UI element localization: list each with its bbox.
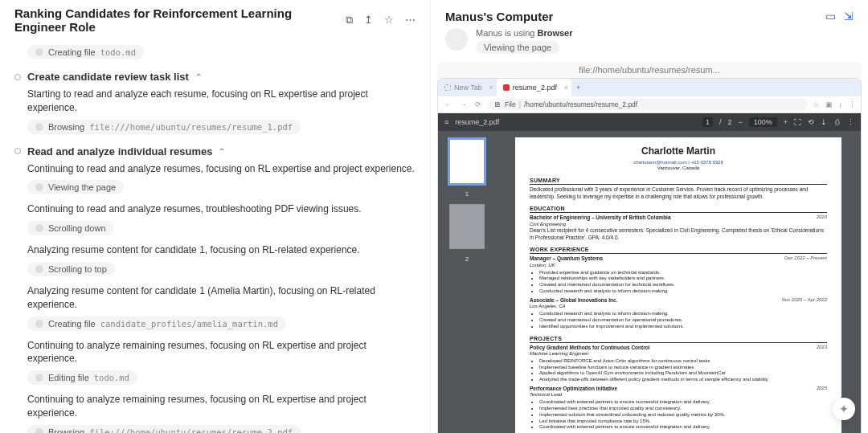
collapse-icon[interactable]: ⇲ bbox=[844, 10, 854, 22]
step-text: Analyzing resume content for candidate 1… bbox=[27, 284, 416, 312]
share-icon[interactable]: ↥ bbox=[364, 14, 373, 27]
thumbnail-1[interactable] bbox=[449, 139, 485, 184]
step-text: Continuing to read and analyze resumes, … bbox=[27, 202, 416, 216]
page-area[interactable]: Charlotte Martin charlottem@hotmail.com … bbox=[496, 131, 861, 433]
p1-bullets: Developed REINFORCE and Actor-Critic alg… bbox=[539, 358, 827, 383]
fit-icon[interactable]: ⛶ bbox=[794, 118, 801, 126]
chip-path: todo.md bbox=[94, 373, 129, 382]
thumbnail-sidebar: 1 2 bbox=[438, 131, 496, 433]
scroll-icon bbox=[35, 224, 43, 232]
download-icon[interactable]: ↓ bbox=[839, 100, 843, 108]
thumbnail-2[interactable] bbox=[449, 204, 485, 249]
reload-icon[interactable]: ⟳ bbox=[473, 100, 483, 108]
step-text: Continuing to analyze remaining resumes,… bbox=[27, 339, 416, 366]
pdf-fav-icon bbox=[503, 84, 510, 91]
avatar bbox=[445, 28, 468, 51]
section-work: WORK EXPERIENCE bbox=[530, 246, 827, 254]
resume-name: Charlotte Martin bbox=[530, 145, 827, 158]
header-actions: ⧉ ↥ ☆ ⋯ bbox=[346, 14, 416, 27]
chip-path: candidate_profiles/amelia_martin.md bbox=[100, 319, 278, 329]
more-icon[interactable]: ⋮ bbox=[847, 118, 854, 126]
tab-label: resume_2.pdf bbox=[513, 84, 557, 92]
link-icon bbox=[35, 123, 43, 131]
p2-bullets: Coordinated with external partners to en… bbox=[539, 399, 827, 431]
chip-scroll-down[interactable]: Scrolling down bbox=[27, 221, 114, 235]
zoom-level[interactable]: 100% bbox=[749, 117, 777, 127]
tab-new[interactable]: New Tab × bbox=[438, 79, 497, 96]
zoom-out-icon[interactable]: − bbox=[738, 118, 742, 126]
summary-text: Dedicated professional with 3 years of e… bbox=[530, 186, 827, 200]
status-circle-icon bbox=[14, 148, 21, 154]
page-current[interactable]: 1 bbox=[702, 117, 713, 127]
chevron-up-icon: ⌃ bbox=[219, 147, 225, 156]
more-icon[interactable]: ⋯ bbox=[405, 14, 416, 27]
rotate-icon[interactable]: ⟲ bbox=[808, 118, 814, 126]
back-icon[interactable]: ← bbox=[443, 100, 453, 108]
pdf-page: Charlotte Martin charlottem@hotmail.com … bbox=[515, 137, 841, 433]
address-bar: ← → ⟳ 🗎 File | /home/ubuntu/resumes/resu… bbox=[438, 96, 861, 113]
fab-button[interactable]: ✦ bbox=[833, 398, 855, 420]
section-summary: SUMMARY bbox=[530, 177, 827, 185]
edit-icon bbox=[35, 374, 43, 382]
star-icon[interactable]: ☆ bbox=[813, 100, 819, 108]
task-title: Ranking Candidates for Reinforcement Lea… bbox=[14, 6, 339, 34]
chip-path: file:///home/ubuntu/resumes/resume_2.pdf bbox=[89, 427, 293, 433]
thumb-num: 1 bbox=[465, 190, 469, 198]
chip-scroll-top[interactable]: Scrolling to top bbox=[27, 262, 115, 276]
tab-label: New Tab bbox=[454, 84, 482, 92]
pdf-body: 1 2 Charlotte Martin charlottem@hotmail.… bbox=[438, 131, 861, 433]
copy-icon[interactable]: ⧉ bbox=[346, 14, 353, 27]
job1-bullets: Provided expertise and guidance on techn… bbox=[539, 270, 827, 295]
section-read-resumes[interactable]: Read and analyze individual resumes ⌃ bbox=[14, 145, 416, 157]
chip-viewing-page[interactable]: Viewing the page bbox=[27, 180, 124, 194]
tab-active[interactable]: resume_2.pdf × bbox=[497, 79, 571, 96]
section-create-list[interactable]: Create candidate review task list ⌃ bbox=[14, 71, 416, 83]
step-text: Continuing to read and analyze resumes, … bbox=[27, 162, 416, 176]
chip-creating-file[interactable]: Creating file todo.md bbox=[27, 45, 144, 59]
menu-icon[interactable]: ⋮ bbox=[849, 100, 856, 108]
extension-icon[interactable]: ▣ bbox=[825, 100, 833, 108]
close-icon[interactable]: × bbox=[564, 84, 568, 92]
pdf-toolbar: ≡ resume_2.pdf 1 / 2 − 100% + ⛶ ⟲ ⤓ ⎙ ⋮ bbox=[438, 113, 861, 131]
chip-path: file:///home/ubuntu/resumes/resume_1.pdf bbox=[89, 122, 293, 132]
zoom-in-icon[interactable]: + bbox=[784, 118, 788, 126]
chip-editing-file[interactable]: Editing file todo.md bbox=[27, 370, 137, 385]
computer-panel: Manus's Computer ▭ ⇲ Manus is using Brow… bbox=[430, 0, 868, 433]
step-text: Continuing to analyze remaining resumes,… bbox=[27, 393, 416, 420]
step-text: Analyzing resume content for candidate 1… bbox=[27, 243, 416, 257]
chip-label: Creating file bbox=[48, 47, 96, 57]
link-icon bbox=[35, 428, 43, 433]
pdf-filename: resume_2.pdf bbox=[455, 118, 696, 126]
file-icon: 🗎 bbox=[494, 100, 502, 108]
chip-label: Scrolling to top bbox=[48, 264, 107, 274]
status-circle-icon bbox=[14, 74, 21, 80]
computer-controls: ▭ ⇲ bbox=[825, 10, 854, 22]
print-icon[interactable]: ⎙ bbox=[835, 118, 839, 126]
chevron-up-icon: ⌃ bbox=[195, 72, 202, 81]
terminal-icon bbox=[35, 48, 43, 56]
chip-path: todo.md bbox=[100, 47, 136, 57]
address-field[interactable]: 🗎 File | /home/ubuntu/resumes/resume_2.p… bbox=[488, 99, 808, 110]
job2-bullets: Conducted research and analysis to infor… bbox=[539, 311, 827, 329]
chip-label: Creating file bbox=[48, 319, 96, 329]
chip-browsing[interactable]: Browsing file:///home/ubuntu/resumes/res… bbox=[27, 120, 301, 134]
hamburger-icon[interactable]: ≡ bbox=[444, 118, 448, 126]
chip-creating-file-2[interactable]: Creating file candidate_profiles/amelia_… bbox=[27, 317, 286, 331]
task-header: Ranking Candidates for Reinforcement Lea… bbox=[14, 6, 416, 34]
page-total: 2 bbox=[727, 118, 731, 126]
addr-right: ☆ ▣ ↓ ⋮ bbox=[813, 100, 857, 108]
task-log-panel: Ranking Candidates for Reinforcement Lea… bbox=[0, 0, 430, 433]
download-icon[interactable]: ⤓ bbox=[821, 118, 827, 126]
page-sep: / bbox=[719, 118, 722, 126]
terminal-icon bbox=[35, 320, 43, 328]
computer-header: Manus's Computer ▭ ⇲ bbox=[431, 0, 868, 28]
url-strip: file://home/ubuntu/resumes/resum... bbox=[437, 62, 862, 78]
forward-icon[interactable]: → bbox=[458, 100, 469, 108]
status-pill: Viewing the page bbox=[476, 41, 559, 54]
monitor-icon[interactable]: ▭ bbox=[825, 10, 836, 22]
scheme-label: File bbox=[505, 100, 516, 108]
new-tab-button[interactable]: + bbox=[571, 84, 585, 92]
chip-browsing-2[interactable]: Browsing file:///home/ubuntu/resumes/res… bbox=[27, 425, 301, 433]
close-icon[interactable]: × bbox=[489, 84, 493, 92]
star-icon[interactable]: ☆ bbox=[384, 14, 394, 27]
